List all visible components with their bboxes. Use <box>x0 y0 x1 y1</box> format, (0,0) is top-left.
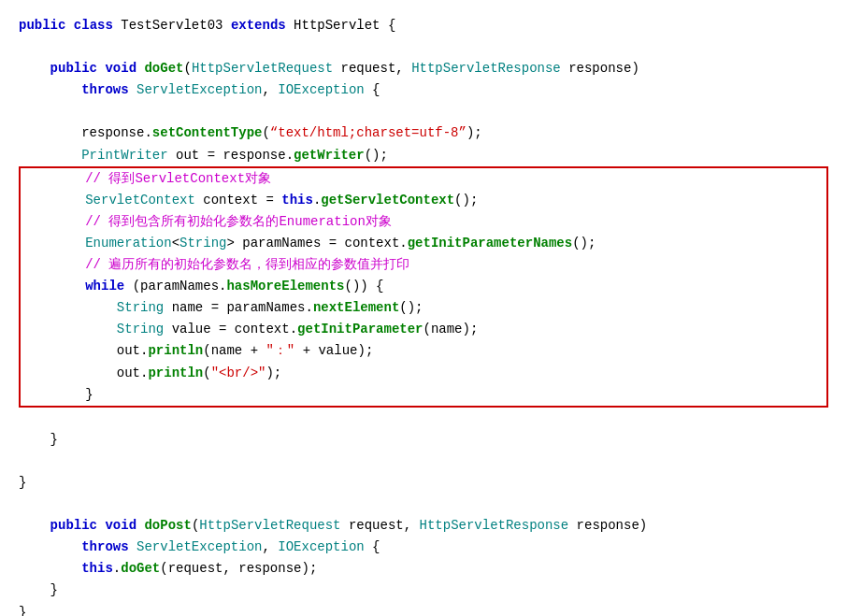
line-3: public void doGet(HttpServletRequest req… <box>19 61 639 76</box>
line-8: // 得到ServletContext对象 <box>22 171 271 186</box>
line-6: response.setContentType(“text/html;chars… <box>19 125 482 140</box>
line-4: throws ServletException, IOException { <box>19 82 380 97</box>
line-9: ServletContext context = this.getServlet… <box>22 193 478 208</box>
highlighted-block: // 得到ServletContext对象 ServletContext con… <box>19 166 828 408</box>
line-10: // 得到包含所有初始化参数名的Enumeration对象 <box>22 214 392 229</box>
line-11: Enumeration<String> paramNames = context… <box>22 236 596 251</box>
line-24: throws ServletException, IOException { <box>19 539 380 554</box>
line-16: out.println(name + "：" + value); <box>22 343 373 358</box>
line-18: } <box>22 387 93 402</box>
code-display: public class TestServlet03 extends HttpS… <box>0 0 847 616</box>
line-14: String name = paramNames.nextElement(); <box>22 300 424 315</box>
line-13: while (paramNames.hasMoreElements()) { <box>22 279 384 294</box>
line-27: } <box>19 605 26 616</box>
line-7: PrintWriter out = response.getWriter(); <box>19 148 388 163</box>
line-1: public class TestServlet03 extends HttpS… <box>19 18 395 33</box>
line-26: } <box>19 582 58 597</box>
line-25: this.doGet(request, response); <box>19 561 317 576</box>
line-17: out.println("<br/>"); <box>22 365 281 380</box>
line-15: String value = context.getInitParameter(… <box>22 322 478 337</box>
line-21: } <box>19 475 26 490</box>
line-19: } <box>19 432 58 447</box>
line-12: // 遍历所有的初始化参数名，得到相应的参数值并打印 <box>22 257 409 272</box>
line-23: public void doPost(HttpServletRequest re… <box>19 518 647 533</box>
